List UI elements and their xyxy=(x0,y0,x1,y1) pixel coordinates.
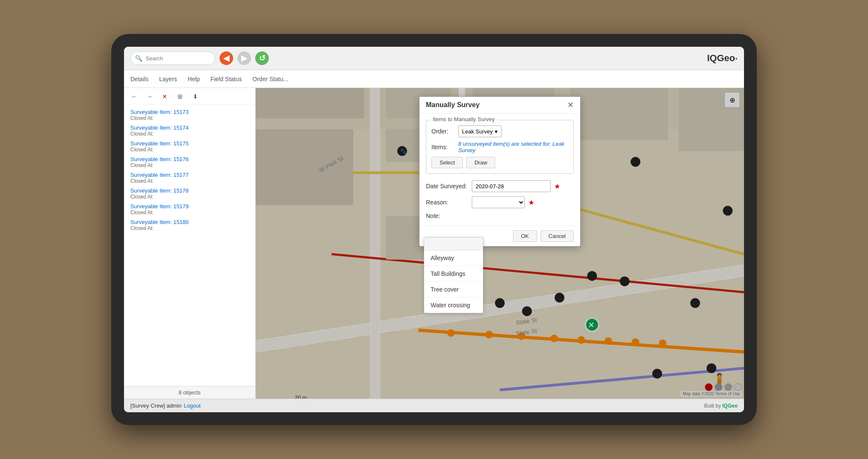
list-item: Surveyable Item: 15179 Closed At: xyxy=(124,201,255,217)
search-input[interactable] xyxy=(146,55,209,62)
item-title[interactable]: Surveyable Item: 15178 xyxy=(130,187,249,194)
modal-title: Manually Survey xyxy=(426,101,479,109)
forward-icon: ▶ xyxy=(241,54,247,63)
reason-label: Reason: xyxy=(426,199,468,206)
modal-dialog: Manually Survey ✕ Items to Manually Surv… xyxy=(419,96,581,246)
main-content: ← → ✕ ⊞ ⬇ Surveyable Item: 15173 Closed … xyxy=(124,88,744,399)
list-item: Surveyable Item: 15176 Closed At: xyxy=(124,154,255,170)
date-surveyed-row: Date Surveyed: ★ xyxy=(426,180,574,192)
modal-body: Items to Manually Survey Order: Leak Sur… xyxy=(420,113,580,226)
list-item: Surveyable Item: 15180 Closed At: xyxy=(124,217,255,233)
download-button[interactable]: ⬇ xyxy=(189,91,201,102)
list-item: Surveyable Item: 15173 Closed At: xyxy=(124,107,255,123)
search-icon: 🔍 xyxy=(135,55,142,62)
item-subtitle: Closed At: xyxy=(130,225,249,231)
tab-layers[interactable]: Layers xyxy=(159,74,177,85)
dropdown-item-water-crossing[interactable]: Water crossing xyxy=(424,298,483,313)
map-area[interactable]: W Park St State St State St 🐾 xyxy=(256,88,744,399)
order-label: Order: xyxy=(431,128,455,135)
list-items: Surveyable Item: 15173 Closed At: Survey… xyxy=(124,105,255,386)
items-row: Items: 8 unsurveyed item(s) are selected… xyxy=(431,141,568,153)
list-item: Surveyable Item: 15177 Closed At: xyxy=(124,170,255,186)
item-title[interactable]: Surveyable Item: 15174 xyxy=(130,125,249,131)
refresh-icon: ↺ xyxy=(259,54,265,63)
tab-field-status[interactable]: Field Status xyxy=(211,74,242,85)
item-title[interactable]: Surveyable Item: 15177 xyxy=(130,172,249,178)
logout-link[interactable]: Logout xyxy=(184,402,201,409)
item-subtitle: Closed At: xyxy=(130,147,249,153)
left-panel: ← → ✕ ⊞ ⬇ Surveyable Item: 15173 Closed … xyxy=(124,88,256,399)
dropdown-top xyxy=(424,238,483,250)
back-icon: ◀ xyxy=(223,54,229,63)
ok-button[interactable]: OK xyxy=(513,230,537,242)
item-subtitle: Closed At: xyxy=(130,178,249,184)
status-text: [Survey Crew] admin xyxy=(130,402,182,409)
item-subtitle: Closed At: xyxy=(130,162,249,168)
draw-button[interactable]: Draw xyxy=(466,157,495,168)
tab-order-status[interactable]: Order Statu... xyxy=(253,74,288,85)
left-panel-toolbar: ← → ✕ ⊞ ⬇ xyxy=(124,88,255,105)
tablet-frame: 🔍 ◀ ▶ ↺ IQGeo● Details Layers Help Field… xyxy=(111,34,757,425)
item-title[interactable]: Surveyable Item: 15176 xyxy=(130,156,249,162)
select-button[interactable]: Select xyxy=(431,157,463,168)
reason-required-star: ★ xyxy=(528,198,534,207)
note-label: Note: xyxy=(426,212,468,219)
item-subtitle: Closed At: xyxy=(130,131,249,137)
order-row: Order: Leak Survey ▾ xyxy=(431,125,568,137)
forward-button[interactable]: ▶ xyxy=(237,51,251,65)
grid-button[interactable]: ⊞ xyxy=(174,91,186,102)
date-input[interactable] xyxy=(472,180,551,192)
dropdown-item-alleyway[interactable]: Alleyway xyxy=(424,250,483,266)
item-title[interactable]: Surveyable Item: 15173 xyxy=(130,109,249,115)
iqgeo-brand: IQGeo xyxy=(722,403,738,409)
logo-dot: ● xyxy=(735,56,738,61)
list-item: Surveyable Item: 15178 Closed At: xyxy=(124,186,255,201)
dropdown-item-tall-buildings[interactable]: Tall Buildings xyxy=(424,266,483,282)
date-required-star: ★ xyxy=(554,182,560,190)
list-item: Surveyable Item: 15174 Closed At: xyxy=(124,123,255,139)
item-title[interactable]: Surveyable Item: 15180 xyxy=(130,219,249,225)
iqgeo-logo: IQGeo● xyxy=(707,53,738,64)
reason-dropdown-list[interactable]: Alleyway Tall Buildings Tree cover Water… xyxy=(424,237,483,313)
modal-close-button[interactable]: ✕ xyxy=(567,101,574,109)
built-by: Built by IQGeo xyxy=(704,403,738,409)
modal-overlay: Manually Survey ✕ Items to Manually Surv… xyxy=(256,88,744,399)
date-label: Date Surveyed: xyxy=(426,183,468,190)
item-subtitle: Closed At: xyxy=(130,115,249,121)
tab-help[interactable]: Help xyxy=(188,74,200,85)
objects-count: 8 objects xyxy=(124,386,255,399)
search-box[interactable]: 🔍 xyxy=(130,51,215,65)
items-buttons: Select Draw xyxy=(431,157,568,168)
close-panel-button[interactable]: ✕ xyxy=(159,91,171,102)
item-title[interactable]: Surveyable Item: 15175 xyxy=(130,140,249,147)
item-title[interactable]: Surveyable Item: 15179 xyxy=(130,203,249,210)
back-button[interactable]: ◀ xyxy=(220,51,233,65)
modal-title-bar: Manually Survey ✕ xyxy=(420,97,580,113)
nav-tabs: Details Layers Help Field Status Order S… xyxy=(124,70,744,88)
item-subtitle: Closed At: xyxy=(130,194,249,200)
reason-select[interactable]: Alleyway Tall Buildings Tree cover Water… xyxy=(472,196,525,208)
nav-back-button[interactable]: ← xyxy=(128,91,140,102)
item-subtitle: Closed At: xyxy=(130,210,249,215)
tab-details[interactable]: Details xyxy=(130,74,149,85)
note-row: Note: xyxy=(426,212,574,219)
items-section: Items to Manually Survey Order: Leak Sur… xyxy=(426,120,574,174)
items-text: 8 unsurveyed item(s) are selected for: L… xyxy=(458,141,568,153)
dropdown-item-tree-cover[interactable]: Tree cover xyxy=(424,282,483,298)
tablet-screen: 🔍 ◀ ▶ ↺ IQGeo● Details Layers Help Field… xyxy=(124,47,744,412)
items-label: Items: xyxy=(431,144,455,150)
cancel-button[interactable]: Cancel xyxy=(541,230,574,242)
order-select[interactable]: Leak Survey ▾ xyxy=(458,125,502,137)
top-toolbar: 🔍 ◀ ▶ ↺ IQGeo● xyxy=(124,47,744,70)
refresh-button[interactable]: ↺ xyxy=(255,51,269,65)
reason-row: Reason: Alleyway Tall Buildings Tree cov… xyxy=(426,196,574,208)
status-bar: [Survey Crew] admin Logout Built by IQGe… xyxy=(124,399,744,412)
items-section-title: Items to Manually Survey xyxy=(431,116,497,122)
dropdown-arrow-icon: ▾ xyxy=(495,128,498,135)
list-item: Surveyable Item: 15175 Closed At: xyxy=(124,139,255,154)
nav-forward-button[interactable]: → xyxy=(144,91,155,102)
